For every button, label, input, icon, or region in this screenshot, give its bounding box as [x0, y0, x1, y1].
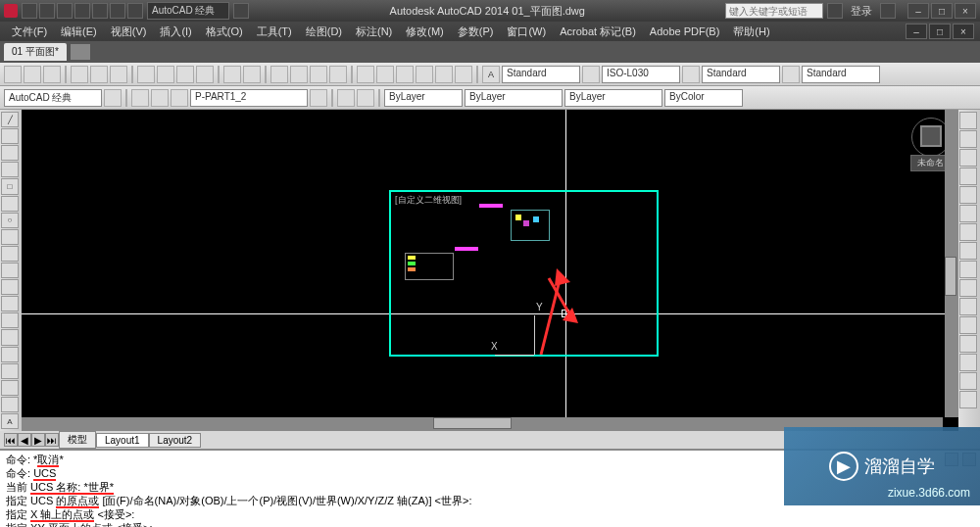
modify-offset-icon[interactable] [959, 168, 977, 185]
tb-preview-icon[interactable] [90, 66, 108, 83]
tb-layer-states-icon[interactable] [131, 89, 149, 107]
tb-markup-icon[interactable] [435, 66, 453, 83]
login-link[interactable]: 登录 [851, 4, 872, 19]
tb-calc-icon[interactable] [455, 66, 472, 83]
tb-tablestyle-icon[interactable] [682, 66, 700, 83]
qat-save-icon[interactable] [57, 3, 73, 19]
doc-minimize-button[interactable]: – [906, 24, 927, 39]
tb-redo-icon[interactable] [243, 66, 261, 83]
document-tab-active[interactable]: 01 平面图* [4, 43, 67, 61]
modify-copy-icon[interactable] [959, 130, 977, 148]
drawing-canvas[interactable]: [自定义二维视图] X Y [22, 110, 958, 431]
qat-open-icon[interactable] [39, 3, 55, 19]
layout-nav-last-icon[interactable]: ⏭ [45, 433, 59, 447]
tb-open-icon[interactable] [24, 66, 41, 83]
tb-layer-iso-icon[interactable] [337, 89, 355, 107]
workspace-combo[interactable]: AutoCAD 经典 [4, 89, 102, 107]
modify-chamfer-icon[interactable] [959, 354, 977, 371]
menu-param[interactable]: 参数(P) [452, 23, 500, 41]
tb-copy-icon[interactable] [157, 66, 174, 83]
modify-join-icon[interactable] [959, 335, 977, 353]
maximize-button[interactable]: □ [931, 3, 953, 19]
tb-pan-icon[interactable] [270, 66, 288, 83]
layout-nav-next-icon[interactable]: ▶ [31, 433, 45, 447]
draw-block-icon[interactable] [1, 312, 19, 328]
minimize-button[interactable]: – [907, 3, 929, 19]
search-icon[interactable] [827, 3, 843, 19]
menu-adobepdf[interactable]: Adobe PDF(B) [644, 24, 726, 39]
draw-ellipse-icon[interactable] [1, 263, 19, 278]
draw-line-icon[interactable]: ╱ [1, 112, 19, 127]
tb-zoom-prev-icon[interactable] [329, 66, 347, 83]
draw-rect-icon[interactable]: □ [1, 178, 19, 194]
modify-explode-icon[interactable] [959, 391, 977, 408]
modify-move-icon[interactable] [959, 205, 977, 222]
textstyle-dropdown[interactable]: Standard [502, 66, 580, 83]
draw-xline-icon[interactable] [1, 128, 19, 144]
draw-spline-icon[interactable] [1, 246, 19, 262]
draw-insert-icon[interactable] [1, 296, 19, 311]
tb-ssm-icon[interactable] [416, 66, 433, 83]
doc-restore-button[interactable]: □ [929, 24, 951, 39]
tb-textstyle-icon[interactable]: A [482, 66, 500, 83]
tb-ws-settings-icon[interactable] [104, 89, 122, 107]
help-search-input[interactable] [725, 3, 823, 19]
tb-paste-icon[interactable] [176, 66, 194, 83]
lineweight-dropdown[interactable]: ByLayer [564, 89, 662, 107]
layout-tab-layout2[interactable]: Layout2 [149, 433, 202, 448]
draw-gradient-icon[interactable] [1, 363, 19, 379]
layout-tab-model[interactable]: 模型 [59, 431, 96, 449]
layout-nav-first-icon[interactable]: ⏮ [4, 433, 18, 447]
tablestyle-dropdown[interactable]: Standard [702, 66, 780, 83]
dimstyle-dropdown[interactable]: ISO-L030 [602, 66, 680, 83]
menu-help[interactable]: 帮助(H) [727, 23, 775, 41]
menu-dim[interactable]: 标注(N) [350, 23, 398, 41]
layout-nav-prev-icon[interactable]: ◀ [18, 433, 31, 447]
tb-layer-uniso-icon[interactable] [357, 89, 374, 107]
menu-tools[interactable]: 工具(T) [251, 23, 298, 41]
workspace-dropdown[interactable]: AutoCAD 经典 [147, 2, 229, 20]
menu-window[interactable]: 窗口(W) [501, 23, 552, 41]
draw-point-icon[interactable] [1, 329, 19, 345]
mleader-dropdown[interactable]: Standard [802, 66, 880, 83]
qat-undo-icon[interactable] [110, 3, 125, 19]
tb-layer-prev-icon[interactable] [310, 89, 327, 107]
canvas-scrollbar-vertical[interactable] [945, 110, 958, 417]
modify-mirror-icon[interactable] [959, 149, 977, 167]
menu-draw[interactable]: 绘图(D) [300, 23, 348, 41]
qat-saveas-icon[interactable] [74, 3, 90, 19]
tb-properties-icon[interactable] [357, 66, 374, 83]
tb-mleader-icon[interactable] [782, 66, 800, 83]
doc-close-button[interactable]: × [953, 24, 974, 39]
new-tab-button[interactable] [71, 44, 90, 60]
menu-format[interactable]: 格式(O) [200, 23, 249, 41]
tb-save-icon[interactable] [43, 66, 61, 83]
modify-stretch-icon[interactable] [959, 261, 977, 278]
modify-rotate-icon[interactable] [959, 223, 977, 241]
modify-erase-icon[interactable] [959, 112, 977, 129]
draw-ellipsearc-icon[interactable] [1, 279, 19, 295]
tb-dimstyle-icon[interactable] [582, 66, 600, 83]
menu-modify[interactable]: 修改(M) [400, 23, 450, 41]
tb-new-icon[interactable] [4, 66, 22, 83]
draw-circle-icon[interactable]: ○ [1, 213, 19, 228]
menu-insert[interactable]: 插入(I) [154, 23, 197, 41]
tb-undo-icon[interactable] [223, 66, 241, 83]
draw-polygon-icon[interactable] [1, 162, 19, 177]
tb-publish-icon[interactable] [110, 66, 127, 83]
modify-array-icon[interactable] [959, 186, 977, 204]
close-button[interactable]: × [955, 3, 976, 19]
modify-fillet-icon[interactable] [959, 372, 977, 390]
draw-revcloud-icon[interactable] [1, 229, 19, 245]
tb-zoom-icon[interactable] [290, 66, 308, 83]
modify-break-icon[interactable] [959, 316, 977, 334]
modify-extend-icon[interactable] [959, 298, 977, 315]
menu-acrobat[interactable]: Acrobat 标记(B) [554, 23, 642, 41]
modify-scale-icon[interactable] [959, 242, 977, 260]
draw-hatch-icon[interactable] [1, 347, 19, 362]
tb-match-icon[interactable] [196, 66, 214, 83]
tb-layer-lock-icon[interactable] [171, 89, 188, 107]
layout-tab-layout1[interactable]: Layout1 [96, 433, 149, 448]
menu-view[interactable]: 视图(V) [105, 23, 153, 41]
tb-zoom-window-icon[interactable] [310, 66, 327, 83]
